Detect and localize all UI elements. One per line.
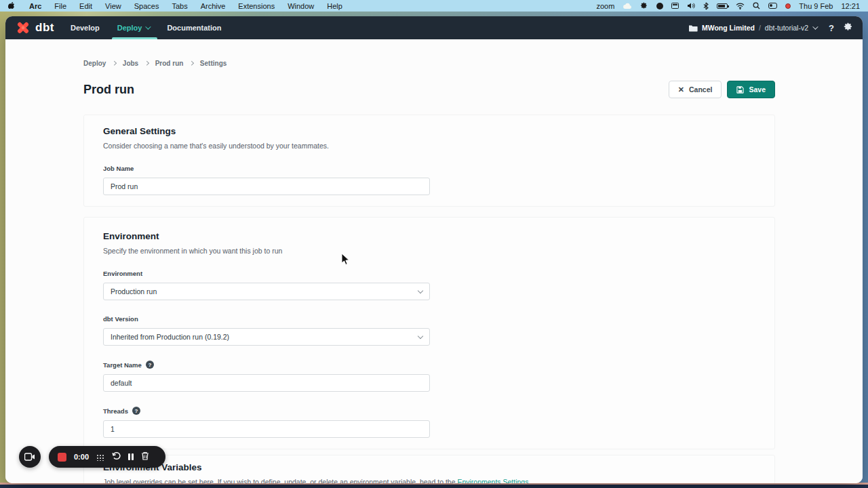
zoom-app-label[interactable]: zoom [596, 2, 614, 10]
recording-timer: 0:00 [74, 453, 89, 461]
spotlight-search-icon[interactable] [753, 1, 760, 10]
delete-recording-button[interactable] [141, 451, 149, 463]
gear-icon [844, 22, 853, 32]
general-settings-description: Consider choosing a name that's easily u… [103, 142, 755, 150]
macos-menubar: Arc File Edit View Spaces Tabs Archive E… [0, 0, 868, 12]
restart-recording-button[interactable] [111, 451, 121, 463]
page-title: Prod run [83, 83, 134, 97]
control-center-icon[interactable] [768, 3, 777, 9]
desktop-wallpaper-edge [0, 483, 868, 488]
menubar-item-archive[interactable]: Archive [201, 2, 226, 10]
dbt-version-select[interactable]: Inherited from Production run (0.19.2) [103, 328, 430, 346]
menubar-item-edit[interactable]: Edit [79, 2, 92, 10]
breadcrumb-prod-run[interactable]: Prod run [155, 60, 184, 67]
dbt-logo-icon [15, 20, 31, 36]
section-title-environment: Environment [103, 231, 755, 241]
job-name-input[interactable] [103, 178, 430, 195]
bluetooth-icon[interactable] [703, 1, 709, 10]
active-tab-underline [112, 37, 158, 39]
pause-recording-button[interactable] [128, 453, 134, 460]
project-name: dbt-tutorial-v2 [765, 24, 808, 32]
chevron-down-icon [812, 24, 818, 29]
menubar-item-help[interactable]: Help [327, 2, 342, 10]
threads-label: Threads [103, 407, 128, 415]
target-name-input[interactable] [103, 374, 430, 392]
dbt-logo[interactable]: dbt [15, 20, 54, 36]
menubar-item-window[interactable]: Window [288, 2, 314, 10]
threads-help-icon[interactable]: ? [132, 407, 140, 415]
menubar-item-file[interactable]: File [54, 2, 66, 10]
recorder-controls-pill: 0:00 [49, 446, 165, 468]
dbt-navbar: dbt Develop Deploy Documentation MWong L… [5, 16, 863, 39]
dbt-logo-text: dbt [35, 21, 54, 35]
save-disk-icon [736, 86, 744, 94]
page-content: Deploy Jobs Prod run Settings Prod run ✕… [5, 39, 863, 483]
menubar-app-name[interactable]: Arc [29, 2, 41, 10]
wifi-icon[interactable] [736, 1, 745, 10]
general-settings-card: General Settings Consider choosing a nam… [83, 115, 775, 207]
battery-icon[interactable] [717, 3, 728, 9]
chevron-right-icon [189, 61, 193, 65]
threads-input[interactable] [103, 420, 430, 438]
gear-menu-icon[interactable] [640, 1, 648, 10]
settings-gear-button[interactable] [844, 22, 853, 34]
stop-recording-button[interactable] [58, 453, 66, 462]
camera-toggle-button[interactable] [19, 446, 41, 468]
environments-settings-link[interactable]: Environments Settings [457, 478, 528, 483]
recording-status-icon[interactable] [785, 3, 791, 9]
environment-select[interactable]: Production run [103, 283, 430, 300]
account-separator: / [759, 24, 761, 32]
breadcrumb-settings: Settings [200, 60, 226, 67]
menubar-date: Thu 9 Feb [799, 2, 833, 10]
breadcrumb-deploy[interactable]: Deploy [83, 60, 106, 67]
menubar-item-extensions[interactable]: Extensions [238, 2, 275, 10]
trash-icon [141, 451, 149, 460]
nav-item-documentation[interactable]: Documentation [167, 16, 221, 39]
breadcrumb: Deploy Jobs Prod run Settings [83, 60, 775, 67]
app-window-icon[interactable] [671, 3, 679, 9]
cancel-button[interactable]: ✕ Cancel [669, 81, 722, 98]
folder-icon [688, 24, 698, 32]
clock-icon[interactable] [656, 3, 663, 9]
menubar-item-spaces[interactable]: Spaces [134, 2, 159, 10]
chevron-down-icon [418, 287, 423, 293]
environment-variables-card: Environment Variables Job level override… [83, 455, 775, 483]
section-title-environment-variables: Environment Variables [103, 462, 755, 472]
apple-menu-icon[interactable] [8, 1, 16, 10]
chevron-down-icon [146, 24, 151, 29]
environment-description: Specify the environment in which you wan… [103, 247, 755, 255]
nav-item-deploy[interactable]: Deploy [117, 16, 150, 39]
nav-item-develop[interactable]: Develop [71, 16, 100, 39]
menubar-time: 12:21 [841, 2, 860, 10]
close-icon: ✕ [678, 85, 684, 94]
breadcrumb-jobs[interactable]: Jobs [123, 60, 138, 67]
chevron-right-icon [112, 61, 116, 65]
menubar-item-view[interactable]: View [105, 2, 121, 10]
help-button[interactable]: ? [829, 23, 834, 33]
target-name-label: Target Name [103, 361, 142, 369]
volume-icon[interactable] [687, 1, 695, 10]
chevron-down-icon [418, 333, 423, 338]
browser-window: dbt Develop Deploy Documentation MWong L… [5, 16, 863, 483]
menubar-item-tabs[interactable]: Tabs [172, 2, 187, 10]
job-name-label: Job Name [103, 165, 755, 172]
account-project-selector[interactable]: MWong Limited / dbt-tutorial-v2 [688, 24, 816, 32]
save-button[interactable]: Save [727, 81, 775, 98]
undo-arrow-icon [111, 451, 121, 460]
screen-recorder-toolbar: 0:00 [19, 446, 165, 468]
section-title-general-settings: General Settings [103, 126, 755, 136]
video-camera-icon [24, 453, 35, 461]
cloud-icon[interactable] [623, 1, 632, 10]
dbt-version-label: dbt Version [103, 315, 755, 323]
environment-select-label: Environment [103, 270, 755, 277]
environment-variables-description: Job level overrides can be set here. If … [103, 478, 755, 483]
environment-card: Environment Specify the environment in w… [83, 217, 775, 449]
chevron-right-icon [144, 61, 149, 65]
drag-handle-icon[interactable] [96, 453, 104, 461]
account-name: MWong Limited [702, 24, 755, 32]
target-name-help-icon[interactable]: ? [146, 361, 154, 369]
